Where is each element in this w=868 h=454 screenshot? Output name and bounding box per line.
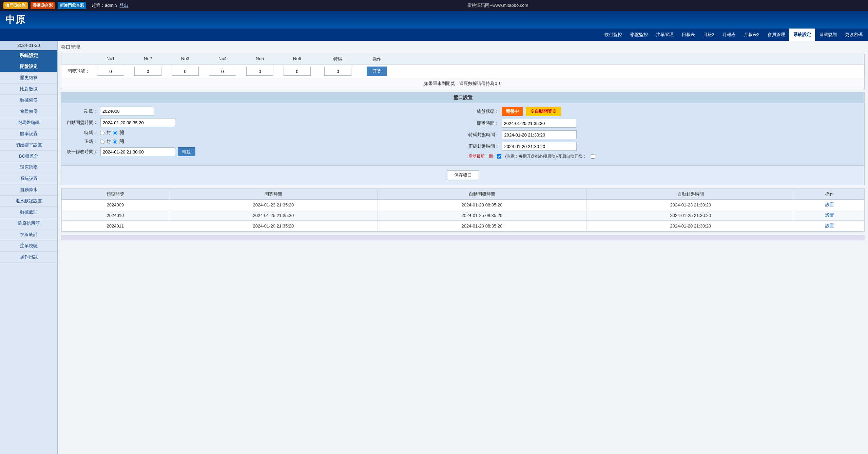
kaijang-button[interactable]: 开奖 — [367, 67, 387, 76]
form-row-qishu: 期數： — [67, 107, 458, 115]
td-col5-2[interactable]: 設置 — [795, 221, 864, 231]
radio-tema-feng[interactable] — [100, 131, 104, 135]
section-title: 盤口管理 — [61, 44, 865, 50]
label-tema: 特碼： — [67, 130, 97, 136]
status-row: 開盤中 ※自動開奖※ — [502, 107, 561, 116]
logo-text: 中原 — [5, 13, 26, 26]
shezhi-link-1[interactable]: 設置 — [825, 213, 834, 218]
ball-input-no4[interactable] — [209, 67, 236, 76]
ball-header-op: 操作 — [360, 56, 394, 62]
site-url: 蜜桃源码网--www.mitaobo.com — [131, 2, 865, 8]
radio-group-tema: 封 開 — [100, 130, 124, 136]
ball-header-empty — [65, 56, 92, 62]
sidebar-item-shujuchuli[interactable]: 數據處理 — [0, 207, 57, 218]
sidebar-item-tuishuimoren[interactable]: 退水默認設置 — [0, 196, 57, 207]
radio-zhengma-kai[interactable] — [113, 140, 117, 144]
main-layout: 2024-01-20 系統設定 開盤設定 歷史結算 比對數據 數據備份 會員備份… — [0, 41, 868, 454]
sidebar-item-zaixiantongji[interactable]: 在線統計 — [0, 229, 57, 240]
ball-header-no2: No2 — [129, 56, 167, 62]
admin-label: 超管：admin — [92, 2, 117, 8]
shezhi-link-2[interactable]: 設置 — [825, 223, 834, 228]
sidebar-item-caozuorizhi[interactable]: 操作日誌 — [0, 252, 57, 263]
sidebar-item-zhudanjiaoyan[interactable]: 注單校驗 — [0, 240, 57, 252]
sidebar: 2024-01-20 系統設定 開盤設定 歷史結算 比對數據 數據備份 會員備份… — [0, 41, 58, 454]
sidebar-item-huiyuanbeifen[interactable]: 會員備份 — [0, 106, 57, 117]
input-tongyi[interactable] — [100, 147, 175, 156]
input-zhengmatime[interactable] — [502, 142, 577, 151]
ball-input-no6[interactable] — [284, 67, 311, 76]
nav-item-caipanjiankon[interactable]: 彩盤監控 — [626, 29, 652, 41]
nav-item-yuebiao2[interactable]: 月報表2 — [740, 29, 764, 41]
td-col5-0[interactable]: 設置 — [795, 200, 864, 210]
pank-panel: 盤口設置 期數： 自動開盤時間： 特碼： 封 — [61, 92, 865, 185]
sidebar-item-kaipanshezhi[interactable]: 開盤設定 — [0, 61, 57, 72]
sidebar-item-lishijiesuan[interactable]: 歷史結算 — [0, 72, 57, 84]
input-zidongkaipan[interactable] — [100, 118, 175, 127]
input-kaijangtime[interactable] — [502, 119, 576, 128]
radio-tema-kai[interactable] — [113, 131, 117, 135]
logout-button[interactable]: 登出 — [119, 2, 128, 8]
ball-panel: No1 No2 No3 No4 No5 No6 特碼 操作 開獎球號： — [61, 54, 865, 89]
ball-notice: 如果還未到開獎，這裏數據請保持為0！ — [61, 78, 864, 89]
table-row: 2024011 2024-01-20 21:35:20 2024-01-20 0… — [62, 221, 864, 231]
nav-item-yuebiaobiao[interactable]: 月報表 — [718, 29, 740, 41]
logo-bar: 中原 — [0, 11, 868, 29]
nav-item-ribiaobiao[interactable]: 日報表 — [678, 29, 699, 41]
th-caozuo: 操作 — [795, 189, 864, 200]
ball-input-no1[interactable] — [97, 67, 124, 76]
ball-row-label: 開獎球號： — [65, 68, 92, 74]
data-table: 預設開獎 開奖時間 自動開盤時間 自動封盤時間 操作 2024009 2024-… — [61, 189, 864, 231]
th-zidongfengpantime: 自動封盤時間 — [586, 189, 795, 200]
td-col4-0: 2024-01-23 21:30:20 — [586, 200, 795, 210]
label-zhengma-feng: 封 — [107, 139, 111, 145]
tag-hk[interactable]: 香港⑥合彩 — [31, 2, 55, 9]
auto-open-checkbox[interactable] — [591, 154, 595, 159]
sidebar-item-biduishuju[interactable]: 比對數據 — [0, 84, 57, 95]
ball-input-no5[interactable] — [246, 67, 273, 76]
sidebar-item-paomadengbinji[interactable]: 跑馬燈編輯 — [0, 117, 57, 128]
zhuangsong-button[interactable]: 轉送 — [178, 147, 195, 156]
nav-item-gengaimima[interactable]: 更改密碼 — [841, 29, 867, 41]
sidebar-item-huanyuanpeilu[interactable]: 還原賠率 — [0, 162, 57, 173]
td-col1-2: 2024011 — [62, 221, 169, 231]
shezhi-link-0[interactable]: 設置 — [825, 202, 834, 207]
auto-notice-label: 启动最新一期 — [468, 153, 493, 159]
scrollbar[interactable] — [61, 235, 865, 240]
td-col5-1[interactable]: 設置 — [795, 210, 864, 221]
data-table-panel: 預設開獎 開奖時間 自動開盤時間 自動封盤時間 操作 2024009 2024-… — [61, 188, 865, 232]
nav-item-zhudanguanli[interactable]: 注單管理 — [652, 29, 678, 41]
pank-header: 盤口設置 — [61, 93, 864, 103]
ball-input-no2[interactable] — [134, 67, 161, 76]
status-badge-auto: ※自動開奖※ — [526, 107, 561, 116]
top-bar: 澳門⑥合彩 香港⑥合彩 新澳門⑥合彩 超管：admin 登出 蜜桃源码网--ww… — [0, 0, 868, 11]
nav-item-ribao2[interactable]: 日報2 — [699, 29, 718, 41]
sidebar-item-zidongjiangshui[interactable]: 自動降水 — [0, 184, 57, 196]
sidebar-item-xitongshezhi[interactable]: 系統設置 — [0, 173, 57, 184]
sidebar-item-bcpanchafen[interactable]: BC盤差分 — [0, 151, 57, 162]
ball-input-tma[interactable] — [324, 67, 351, 76]
save-row: 保存盤口 — [61, 165, 864, 185]
td-col1-0: 2024009 — [62, 200, 169, 210]
auto-checkbox[interactable] — [497, 154, 501, 159]
table-header-row: 預設開獎 開奖時間 自動開盤時間 自動封盤時間 操作 — [62, 189, 864, 200]
sidebar-item-peilushezhi[interactable]: 賠率設置 — [0, 128, 57, 140]
radio-zhengma-feng[interactable] — [100, 140, 104, 144]
sidebar-item-shujubeifen[interactable]: 數據備份 — [0, 95, 57, 106]
sidebar-item-huanyuanxinyonge[interactable]: 還原信用額 — [0, 218, 57, 229]
nav-item-xitongshezhi[interactable]: 系統設定 — [789, 29, 815, 41]
input-tematime[interactable] — [502, 130, 577, 139]
tag-newmacau[interactable]: 新澳門⑥合彩 — [58, 2, 86, 9]
pank-left: 期數： 自動開盤時間： 特碼： 封 開 — [61, 103, 463, 165]
ball-input-no3[interactable] — [172, 67, 199, 76]
table-row: 2024010 2024-01-25 21:35:20 2024-01-25 0… — [62, 210, 864, 221]
ball-kaijang-wrapper: 开奖 — [360, 67, 394, 76]
save-button[interactable]: 保存盤口 — [447, 170, 479, 180]
nav-item-youxiguize[interactable]: 遊戲規則 — [815, 29, 841, 41]
tag-macau[interactable]: 澳門⑥合彩 — [3, 2, 28, 9]
sidebar-item-chushipelushezhi[interactable]: 初始賠率設置 — [0, 140, 57, 151]
input-qishu[interactable] — [100, 107, 154, 115]
nav-item-shoufujiankon[interactable]: 收付監控 — [600, 29, 626, 41]
nav-item-huiyuanguanli[interactable]: 會員管理 — [764, 29, 789, 41]
label-kaijangtime: 開獎時間： — [468, 120, 499, 126]
table-row: 2024009 2024-01-23 21:35:20 2024-01-23 0… — [62, 200, 864, 210]
